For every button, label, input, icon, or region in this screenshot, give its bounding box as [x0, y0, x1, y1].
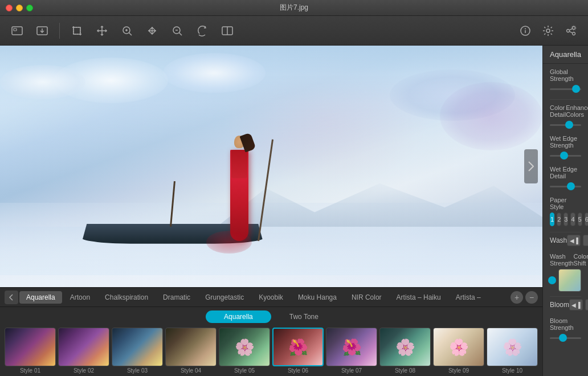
wash-strength-slider[interactable] — [550, 280, 554, 281]
thumb-item-style-09[interactable]: 🌸🌸Style 09 — [433, 328, 484, 374]
minimize-button[interactable] — [16, 5, 23, 11]
bloom-label: Bloom — [550, 301, 569, 309]
bloom-controls: ◀▐ ▲▼ — [569, 299, 588, 310]
move-icon[interactable] — [92, 21, 112, 41]
wet-edge-strength-slider[interactable] — [550, 155, 581, 157]
color-detail-slider-container — [550, 120, 581, 129]
wet-edge-detail-slider[interactable] — [550, 186, 581, 187]
thumb-flower-style-10: 🌸 — [503, 338, 522, 357]
wet-edge-strength-row: Wet Edge Strength — [550, 135, 581, 160]
crop-icon[interactable] — [67, 21, 87, 41]
svg-point-18 — [567, 29, 570, 32]
tab-scroll-left[interactable] — [5, 291, 18, 304]
svg-line-22 — [569, 31, 572, 33]
thumb-flower-style-07: 🌺 — [342, 338, 362, 357]
thumb-item-style-10[interactable]: 🌸Style 10 — [487, 328, 538, 374]
add-tab-button[interactable]: + — [511, 291, 523, 304]
thumb-item-style-02[interactable]: Style 02 — [58, 328, 109, 374]
bloom-prev-btn[interactable]: ◀▐ — [569, 299, 583, 310]
tab-artista-haiku[interactable]: Artista – Haiku — [390, 291, 448, 304]
photo-icon[interactable] — [7, 21, 27, 41]
tab-moku-hanga[interactable]: Moku Hanga — [291, 291, 344, 304]
paper-style-4[interactable]: 4 — [570, 212, 575, 226]
bloom-expand-btn[interactable]: ▲▼ — [585, 299, 588, 310]
tab-kyoobik[interactable]: Kyoobik — [252, 291, 290, 304]
rotate-icon[interactable] — [192, 21, 213, 41]
sub-tabs: Aquarella Two Tone — [0, 307, 542, 325]
bloom-strength-slider-container — [550, 333, 581, 342]
thumb-image-style-08: 🌸 — [379, 328, 431, 366]
thumb-image-style-06: 🌺 — [272, 328, 324, 366]
tab-artista[interactable]: Artista – — [449, 291, 488, 304]
thumb-item-style-05[interactable]: 🌸Style 05 — [219, 328, 270, 374]
paper-style-label: Paper Style — [550, 197, 581, 210]
panel-title: Aquarella — [543, 46, 588, 64]
thumb-item-style-01[interactable]: Style 01 — [5, 328, 56, 374]
thumb-label-style-05: Style 05 — [234, 367, 255, 374]
thumb-item-style-03[interactable]: Style 03 — [112, 328, 163, 374]
download-icon[interactable] — [32, 21, 52, 41]
sub-tab-two-tone[interactable]: Two Tone — [271, 310, 337, 323]
thumb-flower-style-06: 🌺 — [288, 338, 308, 357]
zoom-out-icon[interactable] — [167, 21, 187, 41]
thumbnails-row: Style 01Style 02Style 03Style 04🌸Style 0… — [0, 325, 542, 376]
zoom-in-icon[interactable] — [117, 21, 137, 41]
settings-icon[interactable] — [538, 21, 558, 41]
bottom-area: Aquarella Artoon Chalkspiration Dramatic… — [0, 287, 542, 376]
tab-actions: + − — [511, 291, 538, 304]
window-title: 图片7.jpg — [280, 3, 308, 13]
pan-icon[interactable] — [142, 21, 162, 41]
wash-expand-btn[interactable]: ▲▼ — [583, 235, 588, 246]
close-button[interactable] — [6, 5, 13, 11]
color-detail-enhance-row: Color Detail Enhance Colors — [550, 104, 581, 129]
wash-prev-btn[interactable]: ◀▐ — [567, 235, 581, 246]
color-detail-slider[interactable] — [550, 124, 581, 126]
svg-rect-1 — [14, 28, 17, 31]
wash-strength-label: Wash Strength — [550, 253, 574, 267]
image-container[interactable] — [0, 46, 542, 287]
next-image-button[interactable] — [524, 149, 538, 183]
global-strength-slider[interactable] — [550, 88, 581, 90]
thumb-item-style-04[interactable]: Style 04 — [165, 328, 217, 374]
thumb-image-style-10: 🌸 — [487, 328, 538, 366]
sub-tab-aquarella[interactable]: Aquarella — [206, 310, 271, 323]
thumb-item-style-07[interactable]: 🌺Style 07 — [326, 328, 377, 374]
paper-style-row: Paper Style 1 2 3 4 5 6 7 — [550, 197, 581, 226]
svg-point-17 — [546, 29, 550, 32]
remove-tab-button[interactable]: − — [525, 291, 538, 304]
separator-1 — [59, 23, 60, 39]
bloom-strength-slider[interactable] — [550, 337, 581, 339]
wet-edge-strength-label: Wet Edge Strength — [550, 135, 581, 149]
paper-style-6[interactable]: 6 — [585, 212, 588, 226]
panel-scroll-area: Global Strength Color Detail Enhance Col… — [543, 64, 588, 376]
wash-controls-row — [550, 269, 581, 292]
tab-grungetastic[interactable]: Grungetastic — [198, 291, 251, 304]
tab-artoon[interactable]: Artoon — [63, 291, 97, 304]
share-icon[interactable] — [561, 21, 581, 41]
thumb-label-style-07: Style 07 — [341, 367, 362, 374]
paper-style-5[interactable]: 5 — [578, 212, 582, 226]
enhance-colors-label: Enhance Colors — [566, 104, 588, 118]
thumb-item-style-06[interactable]: 🌺Style 06 — [272, 328, 324, 374]
global-strength-row: Global Strength — [550, 68, 581, 93]
paper-style-3[interactable]: 3 — [564, 212, 568, 226]
color-shift-swatch[interactable] — [558, 269, 581, 292]
thumb-image-style-07: 🌺 — [326, 328, 377, 366]
tab-dramatic[interactable]: Dramatic — [156, 291, 197, 304]
info-icon[interactable] — [515, 21, 536, 41]
thumb-image-style-04 — [165, 328, 217, 366]
canvas-area: Aquarella Artoon Chalkspiration Dramatic… — [0, 46, 542, 376]
toolbar-right — [515, 21, 581, 41]
svg-point-20 — [573, 32, 575, 35]
tab-chalkspiration[interactable]: Chalkspiration — [98, 291, 155, 304]
svg-point-19 — [573, 26, 575, 29]
paper-style-1[interactable]: 1 — [550, 212, 554, 226]
thumb-label-style-04: Style 04 — [181, 367, 201, 374]
tab-nir-color[interactable]: NIR Color — [345, 291, 389, 304]
main-painting — [0, 46, 542, 287]
paper-style-2[interactable]: 2 — [557, 212, 561, 226]
compare-icon[interactable] — [217, 21, 238, 41]
tab-aquarella[interactable]: Aquarella — [19, 291, 62, 304]
maximize-button[interactable] — [26, 5, 33, 11]
thumb-item-style-08[interactable]: 🌸Style 08 — [379, 328, 431, 374]
